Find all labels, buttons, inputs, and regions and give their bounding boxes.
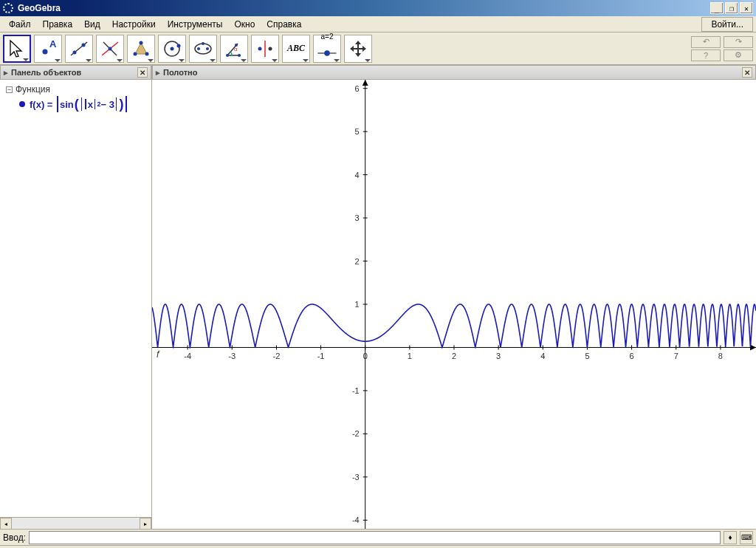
menu-help[interactable]: Справка [261,18,307,31]
graphics-panel-header[interactable]: ▸ Полотно ✕ [152,65,756,80]
category-label: Функция [16,84,50,95]
svg-point-8 [134,52,137,55]
svg-text:4: 4 [355,171,360,179]
svg-text:-3: -3 [228,352,236,360]
svg-point-18 [226,54,229,57]
undo-button[interactable]: ↶ [691,36,721,48]
input-label: Ввод: [3,532,26,543]
scroll-right-button[interactable]: ▸ [140,518,151,530]
svg-point-13 [177,44,181,47]
polygon-tool[interactable] [127,35,155,63]
svg-point-15 [197,47,200,50]
input-bar: Ввод: ♦ ⌨ [0,529,756,545]
svg-text:6: 6 [630,352,634,360]
svg-point-23 [258,47,262,50]
input-history-dropdown[interactable]: ♦ [724,531,737,544]
move-view-tool[interactable] [344,35,372,63]
graphics-panel-close[interactable]: ✕ [742,67,752,78]
menu-view[interactable]: Вид [78,18,106,31]
main-area: ▸ Панель объектов ✕ − Функция f(x) = sin… [0,65,756,529]
svg-text:2: 2 [355,257,360,266]
svg-point-4 [82,43,86,47]
svg-text:4: 4 [540,352,545,360]
visibility-dot-icon[interactable] [19,101,25,107]
login-button[interactable]: Войти... [701,17,753,32]
objects-tree[interactable]: − Функция f(x) = sin ( x 2 − 3 [0,80,151,517]
help-icon-button[interactable]: ? [691,49,721,61]
menubar: Файл Правка Вид Настройки Инструменты Ок… [0,16,756,32]
svg-text:-2: -2 [352,429,360,438]
app-icon [3,3,13,13]
window-title: GeoGebra [18,3,709,13]
point-tool[interactable]: A [34,35,62,63]
category-function: − Функция f(x) = sin ( x 2 − 3 [3,83,148,115]
graphics-view: ▸ Полотно ✕ -4-3-2-1012345678-4-3-2-1123… [152,65,756,529]
close-button[interactable]: ✕ [740,2,753,14]
menu-file[interactable]: Файл [3,18,37,31]
svg-point-24 [269,47,272,50]
svg-text:-1: -1 [352,386,360,395]
svg-point-16 [206,47,209,50]
svg-point-0 [43,49,48,54]
svg-text:5: 5 [355,127,360,136]
svg-text:0: 0 [363,352,368,360]
svg-point-7 [109,47,112,50]
objects-panel-close[interactable]: ✕ [137,67,148,78]
svg-text:3: 3 [496,352,501,360]
menu-edit[interactable]: Правка [37,18,79,31]
toolbar: A α ABC a=2 ↶ ↷ ? ⚙ [0,32,756,65]
svg-text:2: 2 [452,352,456,360]
objects-panel: ▸ Панель объектов ✕ − Функция f(x) = sin… [0,65,152,529]
graphics-canvas[interactable]: -4-3-2-1012345678-4-3-2-1123456f [152,80,756,529]
svg-point-9 [145,52,149,55]
window-titlebar: GeoGebra _ ❐ ✕ [0,0,756,16]
function-item-f[interactable]: f(x) = sin ( x 2 − 3 ) [6,95,148,114]
redo-button[interactable]: ↷ [724,36,753,48]
move-tool[interactable] [3,35,31,63]
panel-collapse-arrow-icon: ▸ [156,68,160,78]
statusbar [0,545,756,548]
menu-tools[interactable]: Инструменты [162,18,229,31]
function-name: f(x) = [30,99,52,110]
svg-point-10 [140,41,143,44]
objects-panel-title: Панель объектов [11,68,81,77]
panel-collapse-arrow-icon: ▸ [4,68,8,78]
line-tool[interactable] [65,35,93,63]
virtual-keyboard-button[interactable]: ⌨ [740,531,753,544]
text-tool[interactable]: ABC [282,35,310,63]
svg-point-19 [238,54,241,57]
minimize-button[interactable]: _ [710,2,724,14]
objects-hscroll[interactable]: ◂ ▸ [0,517,151,529]
svg-point-3 [73,50,77,54]
svg-point-17 [202,42,205,45]
command-input[interactable] [29,531,721,544]
graphics-panel-title: Полотно [163,68,197,77]
reflect-tool[interactable] [251,35,279,63]
svg-text:3: 3 [355,213,360,222]
svg-text:-1: -1 [317,352,325,360]
perpendicular-tool[interactable] [96,35,124,63]
svg-text:7: 7 [674,352,678,360]
svg-text:5: 5 [585,352,589,360]
svg-text:-2: -2 [273,352,281,360]
ellipse-tool[interactable] [189,35,217,63]
plot-svg: -4-3-2-1012345678-4-3-2-1123456f [152,80,756,529]
circle-tool[interactable] [158,35,186,63]
tree-collapse-icon[interactable]: − [6,86,13,93]
svg-text:-4: -4 [352,516,360,524]
scroll-left-button[interactable]: ◂ [0,518,12,530]
svg-text:-3: -3 [352,473,360,482]
svg-text:f: f [157,349,160,360]
maximize-button[interactable]: ❐ [725,2,738,14]
svg-text:1: 1 [408,352,412,360]
svg-text:-4: -4 [184,352,191,360]
settings-gear-button[interactable]: ⚙ [724,49,753,61]
svg-point-26 [324,50,330,56]
svg-text:6: 6 [355,84,360,93]
menu-window[interactable]: Окно [228,18,261,31]
angle-tool[interactable]: α [220,35,248,63]
slider-tool[interactable]: a=2 [313,35,341,63]
menu-settings[interactable]: Настройки [106,18,162,31]
svg-point-12 [171,47,174,50]
objects-panel-header[interactable]: ▸ Панель объектов ✕ [0,65,151,80]
